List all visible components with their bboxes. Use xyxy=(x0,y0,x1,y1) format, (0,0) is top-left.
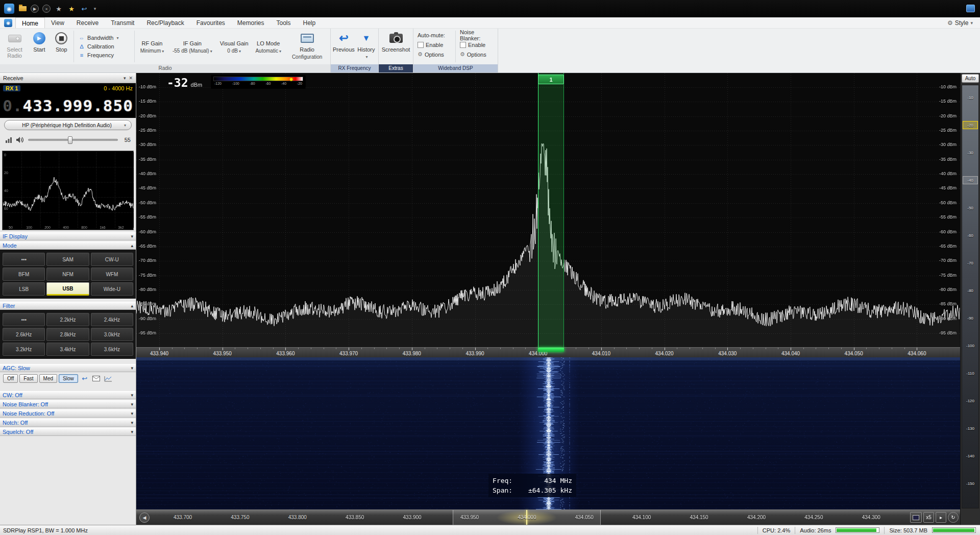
tab-home[interactable]: Home xyxy=(15,17,45,28)
filter-button-3-4khz[interactable]: 3.4kHz xyxy=(46,343,89,356)
tab-tools[interactable]: Tools xyxy=(271,17,297,28)
chevron-down-icon[interactable]: ▾ xyxy=(131,366,133,371)
power-legend[interactable]: -120-100-80-60-40-20 xyxy=(211,75,306,89)
section-agc[interactable]: AGC: Slow ▾ xyxy=(0,364,136,372)
chevron-up-icon[interactable]: ▴ xyxy=(131,303,133,308)
nav-scroll-left-button[interactable]: ◀ xyxy=(139,513,150,523)
nav-step-right-button[interactable]: ▸ xyxy=(936,512,946,523)
chevron-down-icon[interactable]: ▾ xyxy=(131,234,133,239)
tab-memories[interactable]: Memories xyxy=(231,17,271,28)
chevron-down-icon[interactable]: ▾ xyxy=(131,402,133,407)
section-cw-off[interactable]: CW: Off▾ xyxy=(0,391,136,399)
filter-button-2-2khz[interactable]: 2.2kHz xyxy=(46,313,89,326)
agc-button-med[interactable]: Med xyxy=(39,374,57,383)
chevron-down-icon[interactable]: ▾ xyxy=(131,411,133,416)
section-noise-reduction-off[interactable]: Noise Reduction: Off▾ xyxy=(0,409,136,418)
window-icon[interactable] xyxy=(966,5,975,12)
agc-undo-icon[interactable]: ↩ xyxy=(80,374,90,383)
volume-slider-thumb[interactable] xyxy=(68,136,72,144)
nav-refresh-button[interactable]: ↻ xyxy=(948,512,959,523)
section-notch-off[interactable]: Notch: Off▾ xyxy=(0,419,136,427)
filter-button-3-6khz[interactable]: 3.6kHz xyxy=(91,343,133,356)
section-mode[interactable]: Mode ▴ xyxy=(0,241,136,250)
visual-gain-dropdown[interactable]: Visual Gain 0 dB▾ xyxy=(217,30,251,63)
auto-range-button[interactable]: Auto xyxy=(962,74,979,83)
freq-axis[interactable]: 433.940433.950433.960433.970433.980433.9… xyxy=(136,347,960,357)
agc-button-slow[interactable]: Slow xyxy=(59,374,78,383)
quick-access-chevron-icon[interactable]: ▾ xyxy=(92,4,97,13)
open-folder-icon[interactable] xyxy=(18,4,27,13)
rx-marker[interactable]: 1 xyxy=(538,75,564,84)
mode-button-bfm[interactable]: BFM xyxy=(3,268,45,281)
equalizer-icon[interactable] xyxy=(5,137,12,143)
agc-button-off[interactable]: Off xyxy=(3,374,18,383)
close-icon[interactable]: ✕ xyxy=(129,76,133,81)
mode-button-more[interactable]: ••• xyxy=(3,253,45,266)
favourites-icon[interactable]: ★ xyxy=(54,4,63,13)
section-if-display[interactable]: IF Display ▾ xyxy=(0,232,136,240)
tab-help[interactable]: Help xyxy=(297,17,322,28)
lo-mode-dropdown[interactable]: LO Mode Automatic▾ xyxy=(252,30,284,63)
filter-button-2-6khz[interactable]: 2.6kHz xyxy=(3,328,45,341)
record-stop-icon[interactable]: × xyxy=(42,5,51,13)
tab-favourites[interactable]: Favourites xyxy=(190,17,231,28)
chevron-down-icon[interactable]: ▾ xyxy=(131,429,133,434)
chevron-down-icon[interactable]: ▾ xyxy=(124,76,126,81)
frequency-display[interactable]: 0.433.999.850 xyxy=(0,93,136,118)
chevron-down-icon[interactable]: ▾ xyxy=(131,393,133,398)
mode-button-lsb[interactable]: LSB xyxy=(3,282,45,296)
mode-button-cw-u[interactable]: CW-U xyxy=(91,253,133,266)
level-ruler[interactable]: -10-20-30-40-50-60-70-80-90-100-110-120-… xyxy=(962,85,979,508)
mode-button-sam[interactable]: SAM xyxy=(46,253,89,266)
tab-view[interactable]: View xyxy=(45,17,70,28)
filter-button-3-2khz[interactable]: 3.2kHz xyxy=(3,343,45,356)
rx-filter-band[interactable] xyxy=(538,73,564,347)
auto-mute-enable[interactable]: Enable xyxy=(418,40,451,49)
filter-button-more[interactable]: ••• xyxy=(3,313,45,326)
section-squelch-off[interactable]: Squelch: Off▾ xyxy=(0,428,136,436)
noise-blanker-options-button[interactable]: ⚙Options xyxy=(460,50,494,59)
agc-button-fast[interactable]: Fast xyxy=(19,374,37,383)
filter-button-2-8khz[interactable]: 2.8kHz xyxy=(46,328,89,341)
agc-graph-icon[interactable] xyxy=(103,374,113,383)
frequency-navigator[interactable]: 433.700433.750433.800433.850433.900433.9… xyxy=(136,509,960,525)
volume-slider[interactable] xyxy=(28,139,118,141)
style-selector[interactable]: ⚙ Style ▾ xyxy=(940,17,980,28)
play-icon[interactable]: ▶ xyxy=(31,5,39,13)
filter-button-3-0khz[interactable]: 3.0kHz xyxy=(91,328,133,341)
speaker-icon[interactable] xyxy=(16,136,24,143)
rf-gain-dropdown[interactable]: RF Gain Minimum▾ xyxy=(137,30,167,63)
favourite-add-icon[interactable]: ★ xyxy=(67,4,76,13)
mode-button-wfm[interactable]: WFM xyxy=(91,268,133,281)
previous-button[interactable]: ↩ Previous xyxy=(333,30,355,63)
screenshot-button[interactable]: Screenshot xyxy=(381,30,411,63)
nav-display-button[interactable] xyxy=(910,512,922,523)
audio-device-select[interactable]: HP (Périphérique High Definition Audio) … xyxy=(4,120,132,130)
nav-zoom-button[interactable]: x5 xyxy=(923,512,934,523)
tab-receive[interactable]: Receive xyxy=(70,17,105,28)
filter-button-2-4khz[interactable]: 2.4kHz xyxy=(91,313,133,326)
if-gain-dropdown[interactable]: IF Gain -55 dB (Manual)▾ xyxy=(169,30,216,63)
history-button[interactable]: ▼ History ▾ xyxy=(356,30,376,63)
section-filter[interactable]: Filter ▴ xyxy=(0,302,136,310)
receive-panel-header[interactable]: Receive ▾ ✕ xyxy=(0,73,136,83)
noise-blanker-enable[interactable]: Enable xyxy=(460,40,494,49)
chevron-up-icon[interactable]: ▴ xyxy=(131,243,133,248)
undo-icon[interactable]: ↩ xyxy=(80,4,89,13)
section-noise-blanker-off[interactable]: Noise Blanker: Off▾ xyxy=(0,400,136,408)
mode-button-wide-u[interactable]: Wide-U xyxy=(91,282,133,296)
checkbox-icon[interactable] xyxy=(418,42,424,48)
stop-button[interactable]: Stop xyxy=(52,30,71,63)
mode-button-usb[interactable]: USB xyxy=(46,282,89,296)
tab-rec-playback[interactable]: Rec/Playback xyxy=(140,17,190,28)
tab-transmit[interactable]: Transmit xyxy=(105,17,140,28)
checkbox-icon[interactable] xyxy=(460,42,466,48)
bandwidth-button[interactable]: ⇔Bandwidth▾ xyxy=(76,34,132,41)
auto-mute-options-button[interactable]: ⚙Options xyxy=(418,50,451,59)
start-button[interactable]: ▶ Start xyxy=(29,30,50,63)
agc-envelope-icon[interactable] xyxy=(91,374,102,383)
radio-configuration-button[interactable]: Radio Configuration xyxy=(286,30,328,63)
chevron-down-icon[interactable]: ▾ xyxy=(131,420,133,425)
app-menu-icon[interactable]: ◉ xyxy=(4,19,12,27)
mode-button-nfm[interactable]: NFM xyxy=(46,268,89,281)
